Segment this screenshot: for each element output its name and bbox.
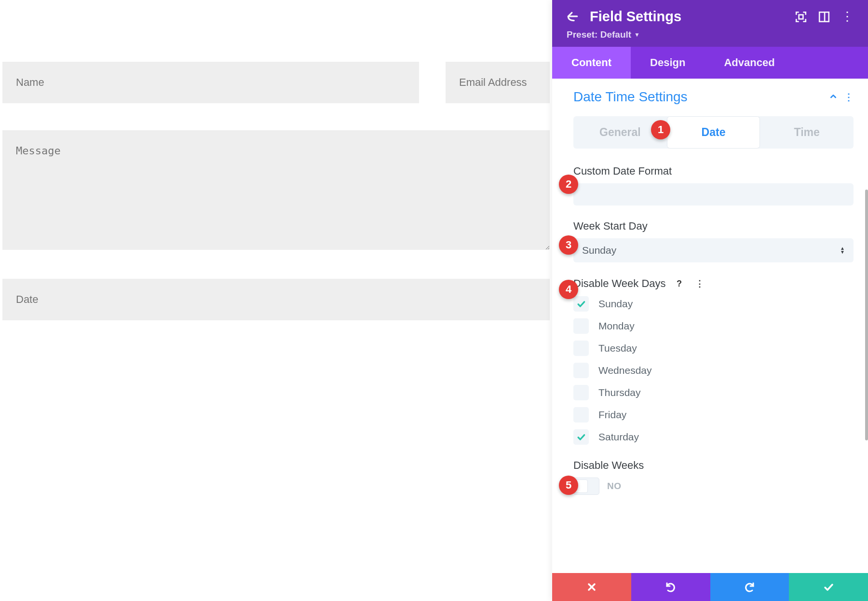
checkbox-label: Monday — [598, 320, 635, 332]
section-title[interactable]: Date Time Settings — [573, 89, 688, 105]
disable-day-item[interactable]: Friday — [573, 407, 854, 423]
help-icon[interactable]: ? — [673, 277, 686, 290]
settings-panel: Field Settings ⋮ Preset: Default ▼ Conte… — [552, 0, 868, 601]
svg-rect-0 — [799, 14, 803, 19]
annotation-marker-2: 2 — [559, 175, 578, 194]
disable-day-item[interactable]: Saturday — [573, 429, 854, 445]
checkbox[interactable] — [573, 429, 589, 445]
name-field[interactable] — [2, 62, 419, 103]
week-start-select[interactable]: Sunday ▲▼ — [573, 238, 854, 262]
disable-day-item[interactable]: Wednesday — [573, 363, 854, 378]
annotation-marker-4: 4 — [559, 280, 578, 299]
option-more-icon[interactable]: ⋮ — [693, 277, 706, 290]
disable-weeks-state: NO — [607, 481, 622, 492]
week-start-label: Week Start Day — [573, 220, 854, 232]
tab-advanced[interactable]: Advanced — [705, 47, 794, 79]
tab-content[interactable]: Content — [552, 47, 631, 79]
checkbox[interactable] — [573, 341, 589, 356]
disable-day-item[interactable]: Monday — [573, 318, 854, 334]
redo-button[interactable] — [710, 573, 789, 601]
checkbox-label: Friday — [598, 409, 626, 421]
scrollbar[interactable] — [865, 190, 868, 440]
disable-days-label: Disable Week Days ? ⋮ — [573, 277, 854, 290]
back-icon[interactable] — [567, 11, 579, 23]
collapse-icon[interactable] — [829, 92, 837, 103]
checkbox-label: Saturday — [598, 431, 639, 443]
section-more-icon[interactable]: ⋮ — [844, 91, 854, 103]
form-preview — [0, 0, 552, 601]
checkbox[interactable] — [573, 385, 589, 400]
undo-button[interactable] — [631, 573, 710, 601]
panel-footer — [552, 573, 868, 601]
caret-down-icon: ▼ — [634, 31, 640, 38]
option-custom-date-format: 2 Custom Date Format — [573, 165, 854, 205]
disable-weeks-label: Disable Weeks — [573, 459, 854, 472]
header-more-icon[interactable]: ⋮ — [841, 11, 854, 23]
subtab-time[interactable]: Time — [760, 116, 854, 149]
snap-icon[interactable] — [818, 11, 830, 23]
panel-title: Field Settings — [590, 9, 784, 25]
save-button[interactable] — [789, 573, 868, 601]
checkbox-label: Tuesday — [598, 342, 637, 354]
checkbox[interactable] — [573, 318, 589, 334]
option-disable-weeks: 5 Disable Weeks NO — [573, 459, 854, 495]
checkbox[interactable] — [573, 296, 589, 312]
checkbox-label: Sunday — [598, 298, 633, 310]
annotation-marker-1: 1 — [651, 120, 670, 139]
custom-date-format-input[interactable] — [573, 183, 854, 205]
disable-days-list: SundayMondayTuesdayWednesdayThursdayFrid… — [573, 296, 854, 445]
tab-design[interactable]: Design — [631, 47, 705, 79]
disable-day-item[interactable]: Sunday — [573, 296, 854, 312]
panel-body: Date Time Settings ⋮ General Date Time 1… — [552, 79, 868, 573]
expand-icon[interactable] — [795, 11, 807, 23]
disable-days-label-text: Disable Week Days — [573, 277, 666, 290]
select-caret-icon: ▲▼ — [840, 247, 845, 254]
checkbox[interactable] — [573, 363, 589, 378]
subtabs: General Date Time 1 — [573, 116, 854, 149]
date-field[interactable] — [2, 279, 550, 320]
checkbox-label: Thursday — [598, 387, 641, 398]
email-field[interactable] — [446, 62, 550, 103]
panel-header: Field Settings ⋮ Preset: Default ▼ — [552, 0, 868, 47]
preset-dropdown[interactable]: Preset: Default ▼ — [567, 29, 640, 40]
app-root: Field Settings ⋮ Preset: Default ▼ Conte… — [0, 0, 868, 601]
annotation-marker-5: 5 — [559, 476, 578, 495]
week-start-value: Sunday — [582, 245, 616, 256]
disable-day-item[interactable]: Thursday — [573, 385, 854, 400]
subtab-date[interactable]: Date — [667, 116, 760, 149]
preset-label: Preset: Default — [567, 29, 631, 40]
option-disable-days: 4 Disable Week Days ? ⋮ SundayMondayTues… — [573, 277, 854, 445]
message-field[interactable] — [2, 130, 550, 250]
section-header: Date Time Settings ⋮ — [573, 89, 854, 105]
cancel-button[interactable] — [552, 573, 631, 601]
annotation-marker-3: 3 — [559, 235, 578, 255]
custom-date-format-label: Custom Date Format — [573, 165, 854, 178]
disable-day-item[interactable]: Tuesday — [573, 341, 854, 356]
checkbox[interactable] — [573, 407, 589, 423]
option-week-start: 3 Week Start Day Sunday ▲▼ — [573, 220, 854, 262]
panel-tabs: Content Design Advanced — [552, 47, 868, 79]
checkbox-label: Wednesday — [598, 365, 652, 376]
